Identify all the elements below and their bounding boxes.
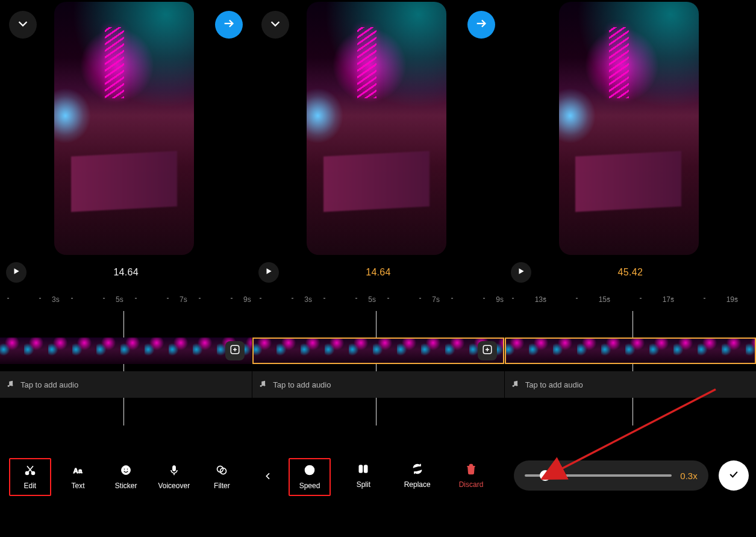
music-icon	[6, 380, 14, 390]
chevron-down-icon	[269, 17, 282, 33]
chevron-left-icon	[263, 471, 273, 483]
add-clip-button[interactable]	[478, 341, 497, 360]
arrow-right-icon	[475, 17, 488, 33]
arrow-right-icon	[222, 17, 236, 33]
filter-icon	[216, 464, 228, 478]
audio-hint-label: Tap to add audio	[273, 380, 331, 389]
playhead[interactable]	[123, 311, 124, 426]
trash-icon	[465, 463, 477, 477]
svg-line-9	[28, 466, 33, 472]
svg-point-24	[260, 385, 262, 387]
video-preview[interactable]	[54, 2, 194, 255]
ruler-label: 3s	[52, 295, 60, 304]
ruler-label: 7s	[180, 295, 187, 304]
audio-hint-label: Tap to add audio	[525, 380, 583, 389]
svg-rect-15	[172, 466, 175, 471]
next-button[interactable]	[215, 11, 243, 39]
timeline-ruler[interactable]: 3s 5s 7s 9s	[252, 295, 504, 307]
confirm-button[interactable]	[719, 460, 749, 491]
svg-point-30	[512, 385, 514, 387]
microphone-icon	[168, 464, 180, 478]
ruler-label: 17s	[663, 295, 674, 304]
speed-slider[interactable]: 0.3x	[514, 460, 708, 491]
panel-clip-toolbar: 14.64 3s 5s 7s 9s Tap to add audio Speed…	[252, 0, 504, 537]
main-toolbar: Edit Aa Text Sticker Voiceover Filter	[0, 458, 252, 496]
playhead[interactable]	[376, 311, 376, 426]
speed-value: 0.3x	[680, 471, 697, 481]
ruler-label: 13s	[535, 295, 546, 304]
ruler-label: 9s	[496, 295, 504, 304]
add-audio-row[interactable]: Tap to add audio	[505, 371, 756, 398]
music-icon	[258, 380, 267, 390]
back-button[interactable]	[256, 465, 280, 489]
svg-point-14	[127, 468, 128, 469]
video-preview[interactable]	[307, 2, 446, 255]
chevron-down-icon	[16, 17, 30, 33]
speed-icon	[304, 464, 316, 478]
text-button[interactable]: Aa Text	[57, 459, 99, 495]
timecode: 45.42	[505, 267, 756, 278]
svg-rect-28	[364, 465, 367, 473]
svg-rect-27	[360, 465, 363, 473]
add-audio-row[interactable]: Tap to add audio	[0, 371, 252, 398]
svg-point-5	[8, 385, 10, 387]
timeline-ruler[interactable]: 13s 15s 17s 19s	[505, 295, 756, 307]
panel-speed-slider: 45.42 13s 15s 17s 19s Tap to add audio 0…	[504, 0, 756, 537]
ruler-label: 5s	[368, 295, 376, 304]
timeline-ruler[interactable]: 3s 5s 7s 9s	[0, 295, 252, 307]
sticker-button[interactable]: Sticker	[105, 459, 147, 495]
tool-label: Split	[357, 480, 370, 489]
slider-knob[interactable]	[540, 470, 551, 481]
svg-point-25	[264, 384, 266, 386]
panel-main-toolbar: 14.64 3s 5s 7s 9s Tap to add audio Edit …	[0, 0, 252, 537]
svg-text:Aa: Aa	[73, 466, 83, 474]
next-button[interactable]	[467, 11, 495, 39]
music-icon	[511, 380, 519, 390]
tool-label: Edit	[23, 482, 36, 490]
discard-button[interactable]: Discard	[450, 458, 492, 496]
filter-button[interactable]: Filter	[201, 459, 243, 495]
replace-icon	[411, 463, 423, 477]
ruler-label: 7s	[432, 295, 440, 304]
svg-line-33	[559, 389, 716, 470]
add-clip-icon	[482, 344, 493, 357]
add-audio-row[interactable]: Tap to add audio	[252, 371, 504, 398]
timecode: 14.64	[252, 267, 504, 278]
clip-strip[interactable]	[505, 338, 756, 364]
ruler-label: 3s	[304, 295, 312, 304]
replace-button[interactable]: Replace	[396, 458, 439, 496]
playhead[interactable]	[633, 311, 633, 426]
video-preview[interactable]	[559, 2, 699, 255]
tool-label: Filter	[214, 482, 230, 490]
collapse-button[interactable]	[261, 11, 289, 39]
tool-label: Replace	[404, 480, 431, 489]
check-icon	[728, 468, 740, 483]
tool-label: Discard	[459, 480, 484, 489]
tool-label: Speed	[299, 482, 320, 490]
svg-line-10	[27, 466, 32, 472]
clip-strip[interactable]	[0, 338, 252, 364]
ruler-label: 19s	[726, 295, 738, 304]
clip-strip[interactable]	[252, 338, 504, 364]
speed-button[interactable]: Speed	[289, 458, 331, 496]
clip-toolbar: Speed Split Replace Discard	[252, 458, 504, 496]
add-clip-button[interactable]	[225, 341, 245, 360]
tool-label: Voiceover	[158, 482, 190, 490]
svg-point-12	[122, 466, 131, 475]
text-icon: Aa	[72, 464, 84, 478]
svg-point-31	[516, 384, 517, 386]
sticker-icon	[120, 464, 132, 478]
collapse-button[interactable]	[9, 11, 37, 39]
tool-label: Text	[71, 482, 84, 490]
add-clip-icon	[230, 344, 240, 357]
voiceover-button[interactable]: Voiceover	[153, 459, 195, 495]
timecode: 14.64	[0, 267, 252, 278]
audio-hint-label: Tap to add audio	[20, 380, 78, 389]
ruler-label: 5s	[116, 295, 123, 304]
split-icon	[357, 463, 369, 477]
scissors-icon	[24, 464, 36, 478]
edit-button[interactable]: Edit	[9, 458, 51, 496]
svg-point-6	[11, 384, 13, 386]
split-button[interactable]: Split	[342, 458, 384, 496]
slider-track[interactable]	[525, 474, 672, 477]
